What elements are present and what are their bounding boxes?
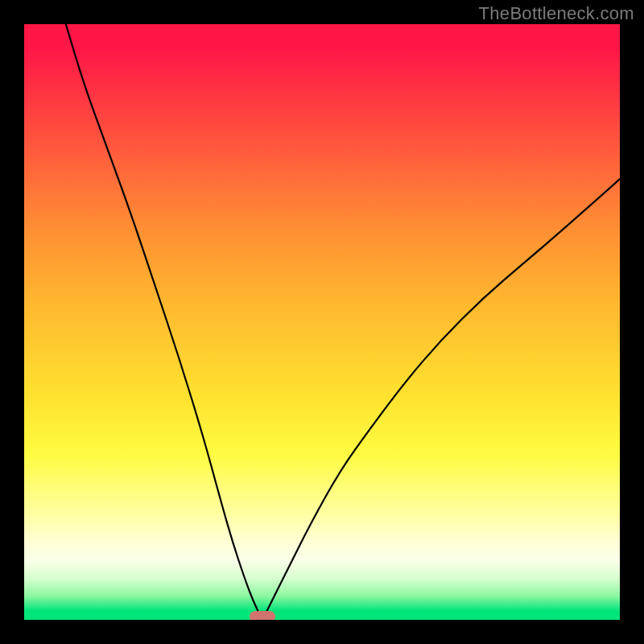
chart-frame: TheBottleneck.com (0, 0, 644, 644)
optimal-point-marker (250, 611, 275, 620)
plot-area (24, 24, 620, 620)
watermark-text: TheBottleneck.com (479, 3, 634, 24)
bottleneck-curve (24, 24, 620, 620)
